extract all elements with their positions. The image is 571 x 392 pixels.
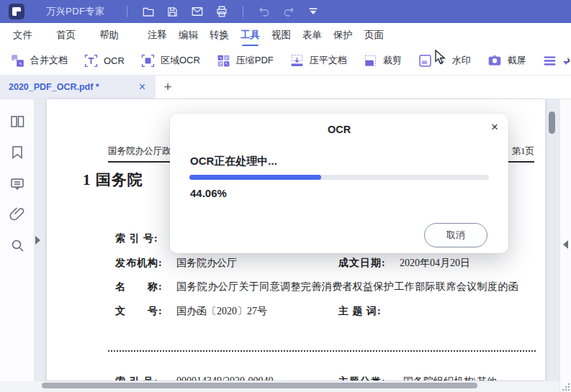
- document-tab-bar: 2020_PDF_OCR.pdf * × +: [0, 76, 571, 99]
- more-hamburger-icon: [542, 53, 557, 68]
- crop-icon: [363, 53, 378, 68]
- window-resize-grip[interactable]: [562, 383, 570, 391]
- tool-label: 水印: [452, 54, 471, 67]
- menu-page[interactable]: 页面: [364, 24, 384, 45]
- field-value: 2020年04月20日: [400, 257, 470, 270]
- watermark-button[interactable]: 水印: [418, 53, 471, 68]
- compress-pdf-icon: [216, 53, 231, 68]
- menu-protect[interactable]: 保护: [333, 24, 353, 45]
- bookmarks-panel-button[interactable]: [8, 145, 27, 163]
- page-number: 第1页: [512, 145, 534, 158]
- navigation-sidebar: [0, 99, 35, 381]
- dialog-title: OCR: [170, 124, 508, 135]
- flatten-document-icon: [289, 53, 305, 68]
- attachments-panel-button[interactable]: [8, 206, 27, 225]
- crop-button[interactable]: 裁剪: [363, 53, 402, 68]
- menu-bar: 文件 首页 帮助 注释 编辑 转换 工具 视图 表单 保护 页面: [0, 23, 571, 46]
- field-value: 国务院办公厅关于同意调整完善消费者权益保护工作部际联席会议制度的函: [176, 281, 518, 293]
- tool-label: 裁剪: [383, 54, 402, 67]
- app-logo-icon: [9, 4, 24, 19]
- tool-label: OCR: [104, 55, 125, 66]
- merge-documents-icon: [10, 53, 25, 68]
- field-value: 国务院组织机构\其他: [403, 375, 497, 380]
- menu-tools[interactable]: 工具: [240, 24, 260, 45]
- mail-icon: [191, 5, 204, 18]
- watermark-dropdown-caret[interactable]: [439, 61, 444, 65]
- customize-quick-access-button[interactable]: [304, 3, 323, 20]
- field-label: 索 引 号:: [115, 232, 158, 245]
- menu-comment[interactable]: 注释: [148, 24, 167, 45]
- expand-right-panel-handle[interactable]: [563, 240, 568, 249]
- progress-percent: 44.06%: [190, 187, 227, 199]
- comment-icon: [9, 175, 26, 195]
- tool-label: 压平文档: [310, 54, 347, 67]
- tools-ribbon: 合并文档 OCR 区域OCR 压缩PDF 压平文档 裁剪 水印 截屏 更多 ›: [0, 46, 571, 76]
- thumbnails-icon: [9, 113, 26, 133]
- tool-label: 合并文档: [30, 54, 68, 67]
- field-label: 主题分类:: [338, 375, 386, 380]
- menu-help[interactable]: 帮助: [99, 24, 119, 45]
- divider: [127, 6, 127, 17]
- field-label: 文 号:: [115, 305, 163, 318]
- dialog-close-icon[interactable]: ×: [491, 121, 498, 133]
- horizontal-scrollbar-thumb[interactable]: [42, 383, 477, 388]
- customize-toolbar-icon: [307, 6, 319, 17]
- thumbnails-panel-button[interactable]: [8, 114, 27, 132]
- email-button[interactable]: [188, 3, 207, 20]
- document-heading: 1 国务院: [83, 170, 143, 190]
- field-label: 名 称:: [115, 281, 163, 293]
- field-value: 000014349/2020-00040: [176, 375, 274, 380]
- title-bar: 万兴PDF专家: [0, 0, 571, 23]
- ocr-progress-dialog: OCR × OCR正在处理中... 44.06% 取消: [170, 114, 508, 253]
- paperclip-icon: [9, 206, 26, 226]
- save-button[interactable]: [163, 3, 182, 20]
- ocr-button[interactable]: OCR: [84, 53, 125, 68]
- cancel-button[interactable]: 取消: [424, 223, 487, 247]
- undo-button[interactable]: [255, 3, 274, 20]
- tab-close-icon[interactable]: ×: [136, 81, 148, 93]
- menu-file[interactable]: 文件: [13, 24, 32, 45]
- watermark-icon: [418, 53, 433, 68]
- toolbar-overflow-arrow[interactable]: ›: [567, 53, 570, 65]
- document-tab[interactable]: 2020_PDF_OCR.pdf * ×: [0, 76, 156, 99]
- folder-icon: [142, 5, 155, 18]
- dotted-divider: [108, 350, 536, 352]
- flatten-document-button[interactable]: 压平文档: [289, 53, 347, 68]
- ocr-status-text: OCR正在处理中...: [190, 155, 277, 168]
- comments-panel-button[interactable]: [8, 176, 27, 194]
- field-label: 主 题 词:: [338, 305, 382, 318]
- progress-bar: [189, 175, 489, 180]
- menu-home[interactable]: 首页: [56, 24, 76, 45]
- menu-edit[interactable]: 编辑: [179, 24, 198, 45]
- compress-pdf-button[interactable]: 压缩PDF: [216, 53, 274, 68]
- field-value: 国办函〔2020〕27号: [176, 305, 267, 318]
- header-left-text: 国务院办公厅政: [108, 145, 171, 158]
- menu-convert[interactable]: 转换: [210, 24, 229, 45]
- expand-left-panel-handle[interactable]: [35, 236, 40, 245]
- vertical-scrollbar-thumb[interactable]: [549, 111, 555, 134]
- merge-documents-button[interactable]: 合并文档: [10, 53, 68, 68]
- area-ocr-button[interactable]: 区域OCR: [140, 53, 200, 68]
- open-file-button[interactable]: [139, 3, 158, 20]
- area-ocr-icon: [140, 53, 156, 68]
- ocr-icon: [84, 53, 99, 68]
- divider: [243, 6, 243, 17]
- redo-button[interactable]: [279, 3, 298, 20]
- print-button[interactable]: [212, 3, 231, 20]
- redo-icon: [282, 5, 295, 18]
- search-panel-button[interactable]: [8, 237, 27, 256]
- screenshot-button[interactable]: 截屏: [487, 53, 526, 68]
- tool-label: 区域OCR: [161, 54, 200, 67]
- app-title: 万兴PDF专家: [46, 5, 105, 18]
- field-label: 成文日期:: [338, 257, 386, 270]
- menu-view[interactable]: 视图: [271, 24, 291, 45]
- new-tab-button[interactable]: +: [156, 76, 180, 99]
- field-label: 发布机构:: [115, 257, 163, 270]
- tool-label: 截屏: [508, 54, 526, 67]
- field-value: 国务院办公厅: [176, 257, 237, 270]
- menu-form[interactable]: 表单: [302, 24, 322, 45]
- field-label: 索 引 号:: [115, 375, 158, 380]
- save-icon: [166, 6, 179, 18]
- tool-label: 压缩PDF: [236, 54, 274, 67]
- tab-filename: 2020_PDF_OCR.pdf *: [9, 82, 136, 92]
